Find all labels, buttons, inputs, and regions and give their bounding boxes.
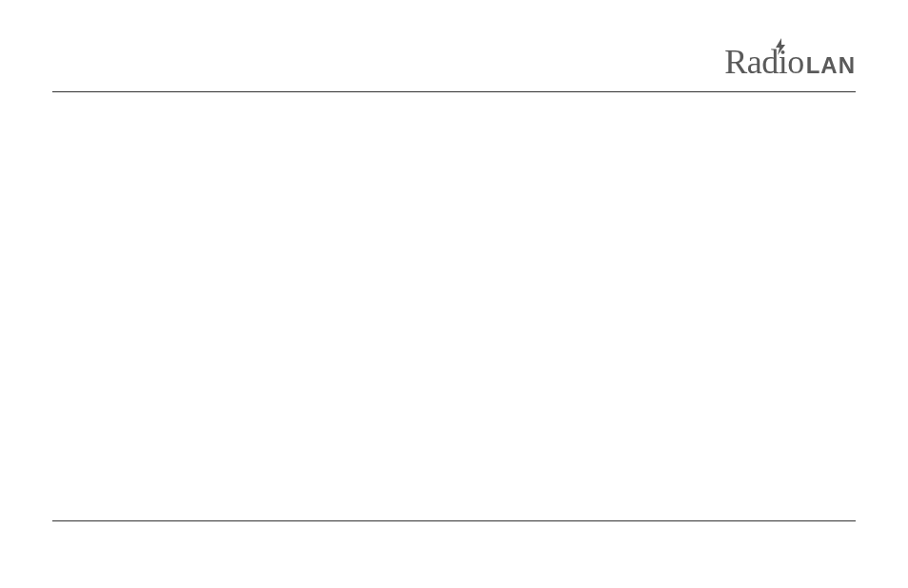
logo-text-radio: Radio <box>724 42 804 82</box>
content-area <box>52 105 856 493</box>
logo-text-lan: LAN <box>806 52 856 79</box>
bottom-horizontal-rule <box>52 520 856 521</box>
lightning-bolt-icon <box>774 38 787 55</box>
document-page: Radio LAN <box>0 0 908 588</box>
header: Radio LAN <box>52 42 856 82</box>
logo: Radio LAN <box>724 42 856 82</box>
top-horizontal-rule <box>52 91 856 92</box>
